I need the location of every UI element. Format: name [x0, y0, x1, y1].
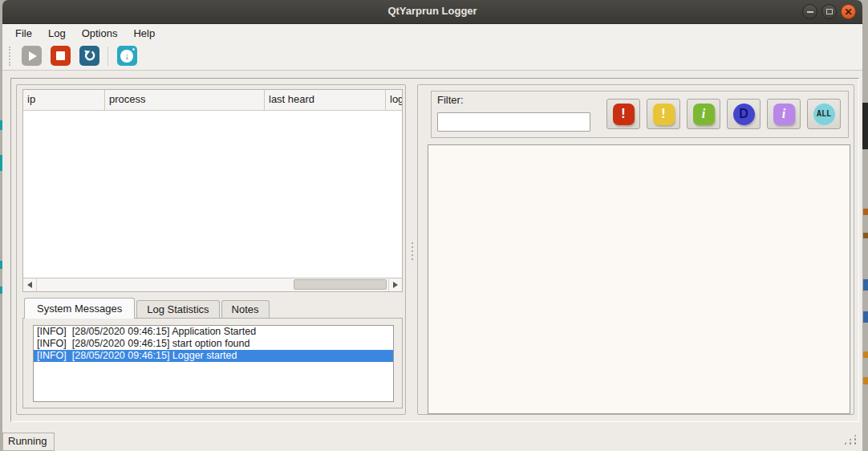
minimize-button[interactable] — [802, 4, 817, 19]
filter-errors-button[interactable]: ! — [606, 99, 640, 129]
resize-grip[interactable] — [843, 433, 858, 445]
window-controls: ✕ — [802, 4, 856, 19]
filter-trace-button[interactable]: i — [767, 99, 801, 129]
desktop-fragment — [863, 209, 868, 215]
desktop-edge-right — [862, 0, 868, 451]
table-header-row: ip process last heard log — [23, 90, 402, 111]
app-window: QtYarprun Logger ✕ File Log Options Help — [2, 0, 862, 451]
minimize-icon — [807, 11, 813, 13]
desktop-fragment — [863, 311, 868, 323]
maximize-icon — [826, 9, 833, 14]
scroll-left-button[interactable] — [23, 278, 37, 291]
filter-debug-button[interactable]: D — [727, 99, 761, 129]
info-icon: i — [693, 104, 715, 125]
tab-log-statistics[interactable]: Log Statistics — [136, 300, 219, 318]
export-button[interactable]: ↓ — [112, 44, 141, 68]
filter-warnings-button[interactable]: ! — [647, 99, 680, 129]
filter-frame: Filter: ! ! i D i — [431, 91, 849, 138]
desktop-fragment — [863, 377, 868, 384]
play-icon — [22, 46, 42, 66]
stop-icon — [51, 46, 71, 66]
tab-bar: System Messages Log Statistics Notes — [22, 298, 403, 318]
close-icon: ✕ — [844, 7, 852, 17]
toolbar-handle[interactable] — [9, 47, 12, 66]
column-header-last-heard[interactable]: last heard — [265, 90, 386, 110]
window-titlebar[interactable]: QtYarprun Logger ✕ — [2, 0, 862, 24]
hosts-panel: ip process last heard log System Message… — [16, 84, 406, 415]
table-viewport[interactable] — [23, 111, 402, 278]
process-table: ip process last heard log — [22, 89, 403, 292]
warning-icon: ! — [653, 104, 675, 125]
menu-help[interactable]: Help — [125, 25, 163, 42]
filter-buttons: ! ! i D i ALL — [606, 99, 841, 129]
scroll-right-button[interactable] — [388, 278, 402, 291]
log-message[interactable]: [INFO] [28/05/2020 09:46:15] Application… — [34, 326, 393, 338]
column-header-process[interactable]: process — [105, 90, 265, 110]
log-message-selected[interactable]: [INFO] [28/05/2020 09:46:15] Logger star… — [34, 350, 393, 362]
filter-all-button[interactable]: ALL — [807, 99, 841, 129]
desktop-fragment — [863, 279, 868, 291]
horizontal-scrollbar — [23, 278, 402, 291]
column-header-ip[interactable]: ip — [23, 90, 105, 110]
tab-notes[interactable]: Notes — [221, 300, 270, 318]
arrow-left-icon — [27, 282, 32, 288]
column-header-log[interactable]: log — [386, 90, 402, 110]
download-icon: ↓ — [117, 46, 137, 66]
menu-file[interactable]: File — [7, 25, 40, 42]
toolbar-separator — [107, 47, 108, 66]
refresh-button[interactable] — [75, 44, 103, 68]
central-frame: ip process last heard log System Message… — [10, 78, 859, 422]
desktop-fragment — [863, 351, 868, 358]
system-messages-panel: [INFO] [28/05/2020 09:46:15] Application… — [22, 318, 403, 408]
log-message[interactable]: [INFO] [28/05/2020 09:46:15] start optio… — [34, 338, 393, 350]
messages-tab-widget: System Messages Log Statistics Notes [IN… — [22, 298, 403, 408]
trace-icon: i — [773, 104, 795, 125]
scrollbar-track[interactable] — [37, 278, 388, 291]
scrollbar-thumb[interactable] — [294, 279, 387, 290]
close-button[interactable]: ✕ — [841, 4, 856, 19]
stop-button[interactable] — [46, 44, 75, 68]
menu-options[interactable]: Options — [74, 25, 126, 42]
refresh-icon — [79, 46, 99, 66]
filter-label: Filter: — [437, 94, 464, 106]
toolbar: ↓ — [2, 42, 862, 71]
menu-log[interactable]: Log — [40, 25, 74, 42]
maximize-button[interactable] — [821, 4, 837, 19]
message-list: [INFO] [28/05/2020 09:46:15] Application… — [33, 325, 394, 402]
menu-bar: File Log Options Help — [2, 24, 862, 42]
filter-info-button[interactable]: i — [687, 99, 720, 129]
status-bar: Running — [2, 422, 862, 451]
window-title: QtYarprun Logger — [387, 5, 477, 17]
log-panel: Filter: ! ! i D i — [417, 84, 854, 415]
debug-icon: D — [733, 104, 755, 125]
desktop-fragment — [862, 103, 868, 149]
error-icon: ! — [613, 104, 635, 125]
desktop-fragment — [863, 233, 868, 238]
arrow-right-icon — [393, 282, 398, 288]
start-button[interactable] — [17, 44, 46, 68]
filter-input[interactable] — [437, 112, 590, 132]
log-output-area[interactable] — [428, 144, 850, 414]
status-label: Running — [2, 433, 55, 451]
tab-system-messages[interactable]: System Messages — [24, 298, 135, 319]
splitter-handle[interactable] — [408, 235, 416, 267]
all-levels-icon: ALL — [813, 104, 835, 125]
